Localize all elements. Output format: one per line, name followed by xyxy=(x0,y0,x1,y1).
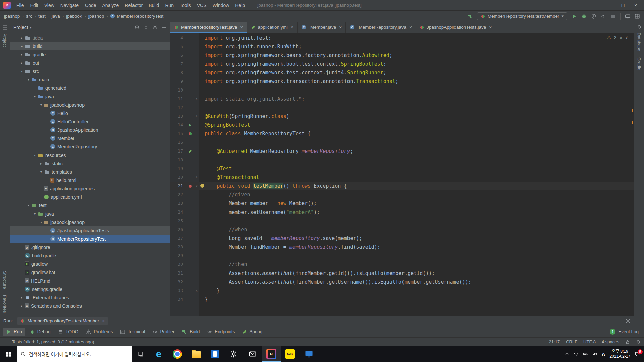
inspection-widget[interactable]: ⚠ 2 ∧ ∨ xyxy=(607,35,628,40)
tree-item-gradlew[interactable]: >gradlew xyxy=(10,260,170,268)
toolwindow-button-run[interactable]: Run xyxy=(3,328,25,336)
menu-navigate[interactable]: Navigate xyxy=(57,2,82,9)
code-line-11[interactable]: 11∧import static org.junit.Assert.*; xyxy=(170,95,634,103)
run-config-selector[interactable]: MemberRepositoryTest.testMember ▾ xyxy=(477,12,567,20)
task-view-button[interactable] xyxy=(132,346,149,362)
tree-item-member[interactable]: CMember xyxy=(10,134,170,142)
line-number[interactable]: 33 xyxy=(170,286,186,295)
tab-jpashopapplicationtests-java[interactable]: JpashopApplicationTests.java× xyxy=(416,22,496,33)
line-number[interactable]: 21 xyxy=(170,182,186,190)
chevron-down-icon[interactable]: ▾ xyxy=(38,220,44,224)
tree-item-build-gradle[interactable]: Gbuild.gradle xyxy=(10,251,170,260)
toolwindow-button-endpoints[interactable]: Endpoints xyxy=(204,328,238,336)
close-tab-icon[interactable]: × xyxy=(240,25,243,30)
status-item-4-spaces[interactable]: 4 spaces xyxy=(602,339,619,344)
menu-build[interactable]: Build xyxy=(146,2,162,9)
status-message[interactable]: Tests failed: 1, passed: 0 (12 minutes a… xyxy=(12,339,94,344)
stripe-button-structure[interactable]: Structure xyxy=(2,271,7,289)
build-hammer-icon[interactable] xyxy=(467,14,473,19)
line-number[interactable]: 8 xyxy=(170,68,186,77)
code-line-4[interactable]: 4import org.junit.Test; xyxy=(170,34,634,42)
fold-marker-icon[interactable]: ∧ xyxy=(194,95,199,103)
close-tab-icon[interactable]: × xyxy=(409,25,412,30)
chevron-down-icon[interactable]: ▾ xyxy=(38,170,44,174)
minimize-button[interactable]: – xyxy=(604,0,616,11)
screen-button-icon[interactable] xyxy=(625,14,630,19)
code-line-33[interactable]: 33∧ } xyxy=(170,286,634,295)
code-editor[interactable]: 4import org.junit.Test;5import org.junit… xyxy=(170,33,634,316)
tree-item-scratches-and-consoles[interactable]: ▸SScratches and Consoles xyxy=(10,302,170,310)
taskbar-app-mail[interactable] xyxy=(243,346,262,362)
run-button-icon[interactable] xyxy=(572,14,577,19)
close-tab-icon[interactable]: × xyxy=(339,25,342,30)
stripe-button-favorites[interactable]: Favorites xyxy=(2,295,7,313)
line-number[interactable]: 28 xyxy=(170,243,186,251)
tree-item-hello-html[interactable]: Hhello.html xyxy=(10,176,170,184)
maximize-button[interactable]: □ xyxy=(616,0,629,11)
line-number[interactable]: 23 xyxy=(170,199,186,208)
tree-item-settings-gradle[interactable]: Gsettings.gradle xyxy=(10,285,170,293)
stripe-button-database[interactable]: Database xyxy=(637,33,642,51)
chevron-down-icon[interactable]: ▾ xyxy=(30,26,32,29)
code-line-16[interactable]: 16 xyxy=(170,138,634,147)
tree-item-jpabook-jpashop[interactable]: ▾jpabook.jpashop xyxy=(10,218,170,226)
line-number[interactable]: 7 xyxy=(170,60,186,68)
project-panel-title[interactable]: Project xyxy=(13,25,28,30)
stripe-button-project[interactable]: Project xyxy=(2,33,7,47)
chevron-down-icon[interactable]: ▾ xyxy=(19,69,25,73)
intention-bulb-icon[interactable] xyxy=(200,184,204,188)
tree-item-generated[interactable]: generated xyxy=(10,84,170,92)
breadcrumb-item-java[interactable]: java xyxy=(52,14,60,19)
tree-item-hellocontroller[interactable]: CHelloController xyxy=(10,117,170,126)
line-number[interactable]: 19 xyxy=(170,164,186,173)
tree-item-gradle[interactable]: ▸gradle xyxy=(10,50,170,59)
line-number[interactable]: 18 xyxy=(170,156,186,164)
action-center-button[interactable]: 5 xyxy=(635,351,640,357)
tree-item-build[interactable]: ▸build xyxy=(10,42,170,50)
chevron-down-icon[interactable]: ▾ xyxy=(32,212,38,216)
tree-item-main[interactable]: ▾main xyxy=(10,75,170,84)
tree-item-jpashopapplicationtests[interactable]: CJpashopApplicationTests xyxy=(10,226,170,235)
code-line-21[interactable]: 21∨ public void testMember() throws Exce… xyxy=(170,182,634,190)
profiler-button-icon[interactable] xyxy=(601,14,606,19)
tree-item-help-md[interactable]: MHELP.md xyxy=(10,277,170,285)
close-button[interactable]: × xyxy=(629,0,642,11)
tree-item-out[interactable]: ▸out xyxy=(10,59,170,67)
tree-item-jpashopapplication[interactable]: CJpashopApplication xyxy=(10,126,170,134)
status-item-utf-8[interactable]: UTF-8 xyxy=(583,339,596,344)
line-number[interactable]: 11 xyxy=(170,95,186,103)
code-line-9[interactable]: 9import org.springframework.transaction.… xyxy=(170,77,634,86)
breadcrumb-item-jpashop[interactable]: jpashop xyxy=(88,14,104,19)
menu-refactor[interactable]: Refactor xyxy=(122,2,146,9)
code-line-25[interactable]: 25 xyxy=(170,217,634,225)
code-line-28[interactable]: 28 Member findMember = memberRepository.… xyxy=(170,243,634,251)
coverage-button-icon[interactable] xyxy=(591,14,596,19)
layout-grid-button-icon[interactable] xyxy=(635,14,640,19)
notifications-icon[interactable] xyxy=(636,340,641,344)
breadcrumb-item-jpashop[interactable]: jpashop xyxy=(4,14,20,19)
fold-marker-icon[interactable]: ∨ xyxy=(194,182,199,190)
line-number[interactable]: 20 xyxy=(170,173,186,182)
taskbar-app-blueapp[interactable] xyxy=(206,346,224,362)
tree-item-templates[interactable]: ▾templates xyxy=(10,168,170,176)
line-number[interactable]: 4 xyxy=(170,34,186,42)
code-line-17[interactable]: 17 @Autowired MemberRepository memberRep… xyxy=(170,147,634,156)
taskbar-app-edge[interactable]: e xyxy=(149,346,168,362)
code-line-30[interactable]: 30 //then xyxy=(170,260,634,269)
line-number[interactable]: 31 xyxy=(170,269,186,278)
event-log-button[interactable]: 1 Event Log xyxy=(610,329,641,335)
chevron-right-icon[interactable]: ▸ xyxy=(19,36,25,40)
gleaf-gutter-icon[interactable] xyxy=(186,147,194,156)
line-number[interactable]: 16 xyxy=(170,138,186,147)
prev-warning-icon[interactable]: ∧ xyxy=(620,35,622,40)
tree-item-gradlew-bat[interactable]: >gradlew.bat xyxy=(10,268,170,277)
toolwindow-button-problems[interactable]: Problems xyxy=(83,328,116,336)
run-panel-settings-button[interactable] xyxy=(625,318,631,324)
tree-item-memberrepository[interactable]: CMemberRepository xyxy=(10,142,170,151)
chevron-right-icon[interactable]: ▸ xyxy=(19,304,25,308)
menu-file[interactable]: File xyxy=(13,2,27,9)
code-line-27[interactable]: 27 Long saveId = memberRepository.save(m… xyxy=(170,234,634,243)
line-number[interactable]: 22 xyxy=(170,190,186,199)
taskbar-app-kakaotalk[interactable]: TALK xyxy=(281,346,300,362)
code-line-23[interactable]: 23 Member member = new Member(); xyxy=(170,199,634,208)
